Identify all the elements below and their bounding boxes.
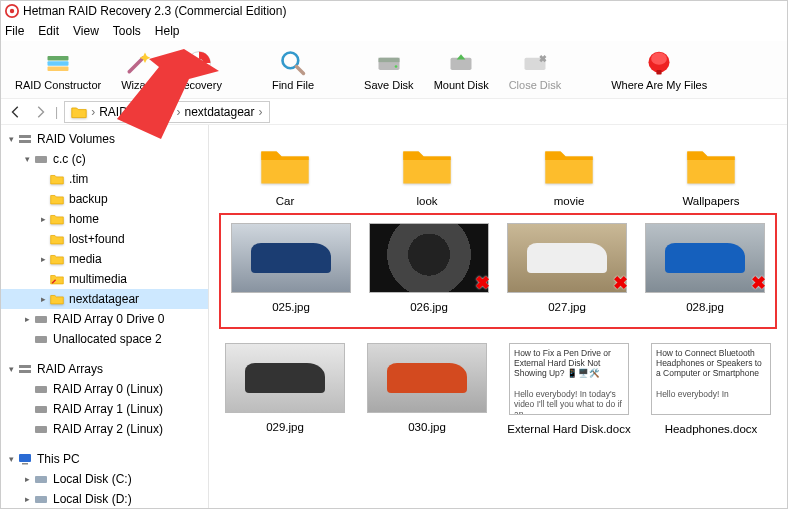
svg-rect-4 bbox=[48, 66, 69, 70]
mount-disk-icon bbox=[447, 49, 475, 77]
menu-edit[interactable]: Edit bbox=[38, 24, 59, 38]
menu-bar: File Edit View Tools Help bbox=[1, 21, 787, 41]
deleted-x-icon: ✖ bbox=[751, 272, 766, 294]
tree-media[interactable]: ▸media bbox=[1, 249, 208, 269]
file-025[interactable]: 025.jpg bbox=[227, 223, 355, 313]
folder-icon bbox=[683, 143, 739, 187]
expand-icon[interactable]: ▸ bbox=[21, 494, 33, 504]
file-external-hard-disk[interactable]: How to Fix a Pen Drive or External Hard … bbox=[503, 343, 635, 435]
svg-rect-20 bbox=[35, 336, 47, 343]
save-disk-button[interactable]: Save Disk bbox=[354, 43, 424, 97]
tree-ra2[interactable]: RAID Array 2 (Linux) bbox=[1, 419, 208, 439]
svg-rect-15 bbox=[657, 70, 662, 74]
tree-raid-array0-drive0[interactable]: ▸RAID Array 0 Drive 0 bbox=[1, 309, 208, 329]
svg-rect-18 bbox=[35, 156, 47, 163]
folder-icon bbox=[257, 143, 313, 187]
folder-movie[interactable]: movie bbox=[503, 143, 635, 207]
nav-back-button[interactable] bbox=[7, 103, 25, 121]
save-disk-icon bbox=[375, 49, 403, 77]
file-027[interactable]: ✖ 027.jpg bbox=[503, 223, 631, 313]
tree-local-c[interactable]: ▸Local Disk (C:) bbox=[1, 469, 208, 489]
nav-forward-button[interactable] bbox=[31, 103, 49, 121]
address-bar: | › RAID › c.c (c) › nextdatagear › bbox=[1, 99, 787, 125]
svg-rect-17 bbox=[19, 140, 31, 143]
expand-icon[interactable]: ▸ bbox=[37, 294, 49, 304]
svg-rect-3 bbox=[48, 61, 69, 65]
tree-cc[interactable]: ▾c.c (c) bbox=[1, 149, 208, 169]
find-file-button[interactable]: Find File bbox=[262, 43, 324, 97]
svg-rect-26 bbox=[19, 454, 31, 462]
file-029[interactable]: 029.jpg bbox=[219, 343, 351, 435]
close-disk-button: Close Disk bbox=[499, 43, 572, 97]
svg-rect-24 bbox=[35, 406, 47, 413]
collapse-icon[interactable]: ▾ bbox=[5, 134, 17, 144]
folder-wallpapers[interactable]: Wallpapers bbox=[645, 143, 777, 207]
svg-rect-11 bbox=[451, 57, 472, 69]
tree-home[interactable]: ▸home bbox=[1, 209, 208, 229]
folder-icon bbox=[541, 143, 597, 187]
tree-sidebar[interactable]: ▾RAID Volumes ▾c.c (c) .tim backup ▸home… bbox=[1, 125, 209, 509]
collapse-icon[interactable]: ▾ bbox=[5, 454, 17, 464]
chevron-right-icon: › bbox=[176, 105, 180, 119]
tree-ra0[interactable]: RAID Array 0 (Linux) bbox=[1, 379, 208, 399]
window-title: Hetman RAID Recovery 2.3 (Commercial Edi… bbox=[23, 4, 286, 18]
breadcrumb-seg-cc[interactable]: c.c (c) bbox=[140, 105, 173, 119]
svg-rect-28 bbox=[35, 476, 47, 483]
svg-point-10 bbox=[395, 65, 398, 68]
menu-tools[interactable]: Tools bbox=[113, 24, 141, 38]
folder-look[interactable]: look bbox=[361, 143, 493, 207]
mount-disk-button[interactable]: Mount Disk bbox=[424, 43, 499, 97]
breadcrumb-seg-raid[interactable]: RAID bbox=[99, 105, 128, 119]
collapse-icon[interactable]: ▾ bbox=[21, 154, 33, 164]
wizard-icon bbox=[124, 49, 152, 77]
tree-ra1[interactable]: RAID Array 1 (Linux) bbox=[1, 399, 208, 419]
menu-file[interactable]: File bbox=[5, 24, 24, 38]
tree-multimedia[interactable]: multimedia bbox=[1, 269, 208, 289]
tree-raid-volumes[interactable]: ▾RAID Volumes bbox=[1, 129, 208, 149]
file-030[interactable]: 030.jpg bbox=[361, 343, 493, 435]
tree-this-pc[interactable]: ▾This PC bbox=[1, 449, 208, 469]
tree-local-d[interactable]: ▸Local Disk (D:) bbox=[1, 489, 208, 509]
deleted-x-icon: ✖ bbox=[613, 272, 628, 294]
expand-icon[interactable]: ▸ bbox=[21, 474, 33, 484]
expand-icon[interactable]: ▸ bbox=[37, 214, 49, 224]
svg-rect-21 bbox=[19, 365, 31, 368]
breadcrumb[interactable]: › RAID › c.c (c) › nextdatagear › bbox=[64, 101, 269, 123]
tree-tim[interactable]: .tim bbox=[1, 169, 208, 189]
highlighted-files: 025.jpg ✖ 026.jpg ✖ 027.jpg ✖ 028.jpg bbox=[219, 213, 777, 329]
recovery-button[interactable]: Recovery bbox=[165, 43, 231, 97]
toolbar: RAID Constructor Wizard Recovery Find Fi… bbox=[1, 41, 787, 99]
where-files-button[interactable]: Where Are My Files bbox=[601, 43, 717, 97]
file-026[interactable]: ✖ 026.jpg bbox=[365, 223, 493, 313]
file-grid[interactable]: Car look movie Wallpapers 025.jpg ✖ bbox=[209, 125, 787, 509]
collapse-icon[interactable]: ▾ bbox=[5, 364, 17, 374]
chevron-right-icon: › bbox=[91, 105, 95, 119]
folder-icon bbox=[71, 105, 87, 119]
file-028[interactable]: ✖ 028.jpg bbox=[641, 223, 769, 313]
svg-rect-2 bbox=[48, 56, 69, 60]
deleted-x-icon: ✖ bbox=[475, 272, 490, 294]
tree-nextdatagear[interactable]: ▸nextdatagear bbox=[1, 289, 208, 309]
tree-unallocated[interactable]: Unallocated space 2 bbox=[1, 329, 208, 349]
svg-rect-9 bbox=[378, 57, 399, 61]
menu-help[interactable]: Help bbox=[155, 24, 180, 38]
tree-backup[interactable]: backup bbox=[1, 189, 208, 209]
tree-raid-arrays[interactable]: ▾RAID Arrays bbox=[1, 359, 208, 379]
expand-icon[interactable]: ▸ bbox=[21, 314, 33, 324]
svg-rect-23 bbox=[35, 386, 47, 393]
chevron-right-icon: › bbox=[132, 105, 136, 119]
menu-view[interactable]: View bbox=[73, 24, 99, 38]
svg-rect-22 bbox=[19, 370, 31, 373]
tree-lostfound[interactable]: lost+found bbox=[1, 229, 208, 249]
raid-constructor-button[interactable]: RAID Constructor bbox=[5, 43, 111, 97]
close-disk-icon bbox=[521, 49, 549, 77]
expand-icon[interactable]: ▸ bbox=[37, 254, 49, 264]
file-headphones[interactable]: How to Connect Bluetooth Headphones or S… bbox=[645, 343, 777, 435]
doc-preview: How to Connect Bluetooth Headphones or S… bbox=[651, 343, 771, 415]
breadcrumb-seg-next[interactable]: nextdatagear bbox=[184, 105, 254, 119]
wizard-button[interactable]: Wizard bbox=[111, 43, 165, 97]
folder-car[interactable]: Car bbox=[219, 143, 351, 207]
svg-rect-16 bbox=[19, 135, 31, 138]
svg-rect-19 bbox=[35, 316, 47, 323]
recovery-icon bbox=[185, 49, 213, 77]
